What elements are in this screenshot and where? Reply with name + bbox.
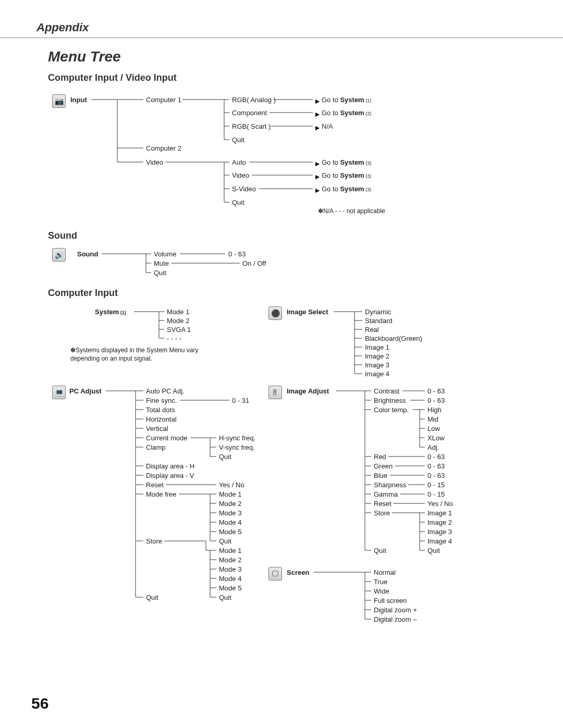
input-computer1: Computer 1 — [146, 96, 181, 104]
ia-red-r: 0 - 63 — [427, 453, 445, 461]
na-footnote: ✽N/A - - - not applicable — [318, 207, 385, 215]
image-adjust-icon: 🎚 — [268, 386, 282, 399]
goto-system-3c: Go to System (3) — [322, 185, 371, 193]
screen-label: Screen — [287, 569, 309, 576]
is-img3: Image 3 — [365, 361, 389, 369]
ia-blue-r: 0 - 63 — [427, 472, 445, 479]
ia-blue: Blue — [374, 472, 387, 479]
screen-icon: 🖵 — [268, 567, 282, 581]
is-blackboard: Blackboard(Green) — [365, 335, 422, 342]
ia-colortemp: Color temp. — [374, 406, 409, 414]
system-note: ✽Systems displayed in the System Menu va… — [70, 347, 206, 363]
section-computer-input: Computer Input — [48, 288, 118, 299]
ia-contrast: Contrast — [374, 387, 399, 395]
pc-display-v: Display area - V — [146, 472, 194, 479]
pc-quit: Quit — [146, 594, 158, 601]
pc-clamp: Clamp — [146, 443, 166, 451]
page-title: Menu Tree — [48, 48, 527, 65]
input-video: Video — [146, 158, 163, 166]
pc-m3: Mode 3 — [219, 509, 241, 517]
pc-finesync-range: 0 - 31 — [232, 397, 249, 404]
page-number: 56 — [31, 695, 48, 712]
image-select-label: Image Select — [287, 308, 328, 316]
pc-display-h: Display area - H — [146, 462, 194, 470]
appendix-header: Appendix — [36, 21, 527, 34]
ia-brightness: Brightness — [374, 397, 406, 404]
ia-adj: Adj. — [427, 443, 439, 451]
section-input-video: Computer Input / Video Input — [48, 72, 527, 83]
image-select-icon: ⚫ — [268, 306, 282, 320]
is-standard: Standard — [365, 317, 393, 325]
ia-green-r: 0 - 63 — [427, 462, 445, 470]
sound-icon: 🔊 — [52, 248, 66, 262]
system-svga1: SVGA 1 — [167, 326, 191, 334]
ia-contrast-r: 0 - 63 — [427, 387, 445, 395]
pc-yesno: Yes / No — [219, 481, 244, 489]
pc-adjust-icon: 💻 — [52, 386, 66, 399]
sound-mute: Mute — [154, 260, 169, 267]
goto-system-3b: Go to System (3) — [322, 171, 371, 179]
pc-store: Store — [146, 537, 162, 545]
input-rgb-scart: RGB( Scart ) — [232, 122, 271, 130]
system-dashes: - - - - — [167, 335, 181, 342]
system-mode1: Mode 1 — [167, 308, 189, 316]
arrow-icon — [315, 173, 321, 181]
goto-system-3a: Go to System (3) — [322, 158, 371, 166]
arrow-icon — [315, 110, 321, 118]
goto-system-1: Go to System (1) — [322, 96, 371, 104]
ia-simg2: Image 2 — [427, 519, 452, 526]
tree-lines-imageadjust — [0, 0, 563, 573]
input-auto: Auto — [232, 158, 246, 166]
pc-vertical: Vertical — [146, 425, 168, 433]
pc-horizontal: Horizontal — [146, 415, 177, 423]
is-img1: Image 1 — [365, 343, 389, 351]
input-quit1: Quit — [232, 136, 244, 144]
ia-xlow: XLow — [427, 434, 445, 442]
na-text: N/A — [322, 122, 333, 130]
screen-dzm: Digital zoom – — [374, 615, 417, 623]
input-component: Component — [232, 109, 267, 117]
sound-volume: Volume — [154, 250, 176, 258]
is-real: Real — [365, 326, 379, 334]
system-mode2: Mode 2 — [167, 317, 189, 325]
pc-sm4: Mode 4 — [219, 575, 241, 583]
is-dynamic: Dynamic — [365, 308, 391, 316]
pc-reset: Reset — [146, 481, 164, 489]
pc-totaldots: Total dots — [146, 406, 175, 414]
ia-low: Low — [427, 425, 440, 433]
pc-quit-c: Quit — [219, 453, 231, 461]
pc-m4: Mode 4 — [219, 519, 241, 526]
input-video2: Video — [232, 171, 249, 179]
arrow-icon — [315, 97, 321, 105]
input-computer2: Computer 2 — [146, 144, 181, 152]
image-adjust-label: Image Adjust — [287, 387, 329, 395]
pc-hsync: H-sync freq. — [219, 434, 255, 442]
sound-quit: Quit — [154, 269, 166, 277]
pc-qm: Quit — [219, 537, 231, 545]
ia-gamma: Gamma — [374, 490, 398, 498]
pc-vsync: V-sync freq. — [219, 443, 255, 451]
pc-currentmode: Current mode — [146, 434, 187, 442]
ia-simg4: Image 4 — [427, 537, 452, 545]
pc-sm3: Mode 3 — [219, 565, 241, 573]
ia-sharpness-r: 0 - 15 — [427, 481, 445, 489]
arrow-icon — [315, 160, 321, 168]
screen-true: True — [374, 578, 387, 586]
pc-autopc: Auto PC Adj. — [146, 387, 185, 395]
input-label: Input — [70, 96, 87, 104]
ia-sharpness: Sharpness — [374, 481, 406, 489]
ia-red: Red — [374, 453, 386, 461]
sound-mute-val: On / Off — [242, 260, 266, 267]
pc-sm5: Mode 5 — [219, 584, 241, 592]
ia-mid: Mid — [427, 415, 438, 423]
pc-sm1: Mode 1 — [219, 547, 241, 554]
sound-vol-range: 0 - 63 — [228, 250, 246, 258]
input-icon: 📷 — [52, 94, 66, 108]
goto-system-2: Go to System (2) — [322, 109, 371, 117]
ia-squit: Quit — [427, 547, 440, 554]
screen-full: Full screen — [374, 597, 407, 604]
ia-quit: Quit — [374, 547, 386, 554]
input-rgb-analog: RGB( Analog ) — [232, 96, 276, 104]
ia-green: Green — [374, 462, 393, 470]
ia-gamma-r: 0 - 15 — [427, 490, 445, 498]
